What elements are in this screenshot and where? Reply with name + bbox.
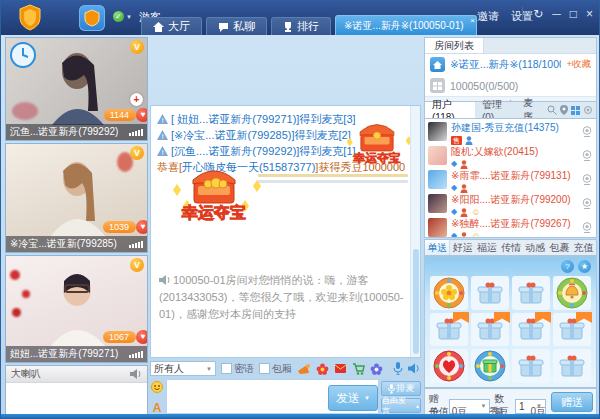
- trophy-icon: [283, 22, 293, 32]
- send-button[interactable]: 发送▼: [328, 385, 378, 411]
- search-icon[interactable]: [547, 105, 557, 115]
- horn-gift-icon[interactable]: [297, 363, 311, 375]
- microphone-icon[interactable]: [393, 362, 403, 375]
- viewer-count-badge: 1067: [103, 331, 136, 343]
- gift-item-box-discount[interactable]: [512, 313, 550, 347]
- close-button[interactable]: ×: [586, 7, 593, 21]
- user-row[interactable]: 孙建国-秀豆充值(14375) 售: [425, 119, 596, 143]
- maximize-button[interactable]: □: [570, 7, 577, 21]
- gift-tab-fortune[interactable]: 福运: [475, 240, 499, 255]
- camera-icon[interactable]: [581, 198, 593, 209]
- flower-gift-icon[interactable]: [316, 363, 329, 375]
- blue-flower-gift-icon[interactable]: [370, 363, 383, 375]
- gift-send-button[interactable]: 赠送: [551, 392, 593, 412]
- settings-gear-icon[interactable]: [583, 105, 593, 115]
- gift-item-bell-medal[interactable]: [553, 276, 591, 310]
- camera-icon[interactable]: [581, 222, 593, 233]
- font-icon[interactable]: A: [153, 403, 162, 413]
- svg-text:!: !: [161, 132, 163, 140]
- gift-item-box[interactable]: [512, 276, 550, 310]
- pin-icon[interactable]: [560, 105, 568, 115]
- tab-ranking[interactable]: 排行: [271, 17, 331, 35]
- target-select[interactable]: 所有人▼: [150, 361, 216, 376]
- close-tab-icon[interactable]: ×: [470, 16, 475, 25]
- favorite-star-button[interactable]: ★: [578, 260, 591, 273]
- gift-item-box-discount[interactable]: [430, 313, 468, 347]
- vip-badge: V: [130, 146, 144, 160]
- room-list-tab[interactable]: 房间列表: [425, 38, 484, 53]
- video-panel-2[interactable]: V 1039 ♥ ※冷宝...诺亚新(799285): [5, 143, 148, 253]
- skin-refresh-icon[interactable]: ↻: [533, 7, 543, 21]
- room-row-current[interactable]: ※诺亚...新舟※(118/1000) +收藏: [425, 54, 596, 75]
- user-row[interactable]: 随机:乂嫁欲(20415) ◆: [425, 143, 596, 167]
- camera-icon[interactable]: [581, 126, 593, 137]
- gift-tab-recharge[interactable]: 充值: [572, 240, 596, 255]
- minimize-button[interactable]: ─: [552, 7, 561, 21]
- gift-tab-single[interactable]: 单送: [425, 240, 450, 255]
- whisper-checkbox[interactable]: 密语: [221, 362, 254, 376]
- gift-item-box[interactable]: [553, 349, 591, 383]
- shopping-cart-icon[interactable]: [352, 363, 365, 375]
- user-row[interactable]: ※阳阳....诺亚新舟(799200) ◆ ☺: [425, 191, 596, 215]
- window-controls: ↻ ─ □ ×: [522, 7, 593, 21]
- app-window: ✓ ▼ 游客 大厅 私聊 排行 ※诺亚...新舟※(100050-01) ×: [0, 0, 600, 419]
- signal-bars-icon: [129, 128, 143, 136]
- booth-checkbox[interactable]: 包厢: [259, 362, 292, 376]
- red-envelope-icon[interactable]: [334, 363, 347, 374]
- online-status[interactable]: ✓ ▼: [113, 11, 132, 22]
- invite-button[interactable]: 邀请: [477, 9, 499, 24]
- chat-scrollbar[interactable]: [410, 106, 420, 357]
- avatar: [428, 170, 447, 189]
- gift-item-box-discount[interactable]: [471, 313, 509, 347]
- user-list: 孙建国-秀豆充值(14375) 售 随机:乂嫁欲(20415) ◆ ※雨霏...…: [424, 118, 597, 238]
- warning-icon: !: [157, 146, 168, 156]
- decor-line: [258, 180, 408, 183]
- view-grid-icon[interactable]: [571, 106, 580, 115]
- help-button[interactable]: ?: [561, 260, 574, 273]
- tab-room-active[interactable]: ※诺亚...新舟※(100050-01) ×: [335, 15, 477, 35]
- heart-badge: ♥: [136, 108, 148, 122]
- gift-tab-romance[interactable]: 传情: [499, 240, 523, 255]
- lucky-treasure-image: 幸运夺宝: [338, 108, 416, 176]
- room-app-icon: [79, 5, 105, 31]
- home-icon: [153, 22, 164, 32]
- subroom-icon: [430, 78, 445, 93]
- gift-item-box[interactable]: [471, 276, 509, 310]
- gift-tab-package[interactable]: 包裹: [547, 240, 571, 255]
- gift-item-box[interactable]: [512, 349, 550, 383]
- status-online-icon: ✓: [113, 11, 124, 22]
- decor-blossom: [12, 308, 21, 317]
- chat-composer: 所有人▼ 密语 包厢 A 发送▼: [150, 360, 421, 415]
- free-talk-button[interactable]: 自由发言▲: [381, 398, 421, 413]
- scrollbar-thumb[interactable]: [413, 249, 419, 354]
- tab-private-chat[interactable]: 私聊: [206, 17, 267, 35]
- camera-icon[interactable]: [581, 174, 593, 185]
- sound-icon[interactable]: [408, 363, 421, 374]
- avatar: [428, 194, 447, 213]
- camera-icon[interactable]: [581, 150, 593, 161]
- gift-panel: ? ★: [424, 256, 597, 388]
- title-bar: ✓ ▼ 游客 大厅 私聊 排行 ※诺亚...新舟※(100050-01) ×: [1, 1, 599, 35]
- room-row-sub[interactable]: 100050(0/500): [425, 75, 596, 96]
- gift-item-box-discount[interactable]: [553, 313, 591, 347]
- tab-users[interactable]: 用户(118): [425, 102, 475, 118]
- gift-tab-motion[interactable]: 动感: [523, 240, 547, 255]
- gift-item-heart-medal[interactable]: [430, 349, 468, 383]
- speaker-icon: [159, 275, 171, 285]
- speaker-icon[interactable]: [130, 369, 142, 379]
- tab-mic-order[interactable]: 麦序: [516, 102, 547, 118]
- user-row[interactable]: ※雨霏....诺亚新舟(799131) ◆: [425, 167, 596, 191]
- gift-item-giftbox-medal[interactable]: [471, 349, 509, 383]
- gift-tab-luck[interactable]: 好运: [450, 240, 474, 255]
- video-panel-3[interactable]: V 1067 ♥ 妞妞...诺亚新舟(799271): [5, 255, 148, 363]
- emoji-icon[interactable]: [151, 381, 163, 393]
- gift-item-flower-medal[interactable]: [430, 276, 468, 310]
- decor-blossom: [22, 290, 30, 298]
- add-favorite-button[interactable]: +收藏: [566, 58, 591, 71]
- tab-managers[interactable]: 管理(0): [475, 102, 516, 118]
- avatar: [428, 146, 447, 165]
- user-row[interactable]: ※独醉....诺亚新舟(799267) ◆ ☺: [425, 215, 596, 238]
- video-panel-1[interactable]: V + 1144 ♥ 沉鱼...诺亚新舟(799292): [5, 37, 148, 141]
- tab-lobby[interactable]: 大厅: [141, 17, 202, 35]
- chat-message-area: ! [ 妞妞...诺亚新舟(799271)]得到麦克[3] ! [※冷宝...诺…: [150, 105, 421, 358]
